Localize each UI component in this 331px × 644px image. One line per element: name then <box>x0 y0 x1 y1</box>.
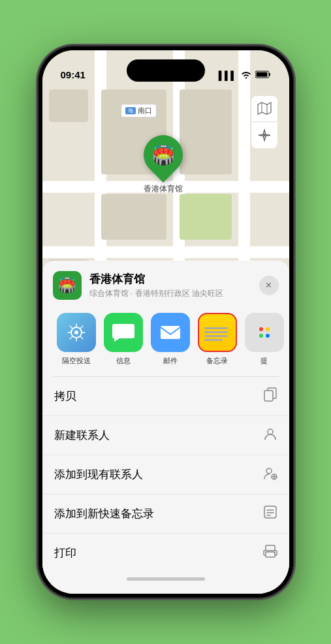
svg-rect-18 <box>266 545 275 551</box>
map-green1 <box>180 194 232 240</box>
map-road-h2 <box>42 246 289 258</box>
close-button[interactable]: × <box>259 276 279 295</box>
svg-point-20 <box>274 552 275 553</box>
svg-point-9 <box>268 429 273 434</box>
pin-inner-icon: 🏟️ <box>151 144 174 166</box>
dot-yellow <box>266 327 270 331</box>
bottom-sheet: 🏟️ 香港体育馆 综合体育馆 · 香港特别行政区 油尖旺区 × 隔空投送 <box>42 261 289 594</box>
messages-label: 信息 <box>116 356 131 366</box>
svg-rect-6 <box>161 326 180 339</box>
more-icon-wrapper <box>245 313 284 352</box>
sheet-header: 🏟️ 香港体育馆 综合体育馆 · 香港特别行政区 油尖旺区 × <box>42 261 289 308</box>
map-block3 <box>101 194 166 240</box>
mail-label: 邮件 <box>163 356 178 366</box>
dot-green <box>259 334 263 338</box>
svg-rect-2 <box>256 72 267 77</box>
venue-sub: 综合体育馆 · 香港特别行政区 油尖旺区 <box>89 288 259 299</box>
pin-label: 香港体育馆 <box>144 184 183 195</box>
svg-rect-14 <box>264 506 276 518</box>
map-label-text: 南口 <box>138 106 152 116</box>
map-block5 <box>49 89 88 122</box>
airdrop-icon-wrapper <box>57 313 96 352</box>
status-icons: ▌▌▌ <box>219 71 271 80</box>
map-controls <box>251 96 277 148</box>
signal-icon: ▌▌▌ <box>219 71 237 80</box>
home-indicator-area <box>42 572 289 581</box>
dot-blue <box>266 334 270 338</box>
status-time: 09:41 <box>61 69 86 80</box>
battery-icon <box>255 71 271 80</box>
sheet-title: 香港体育馆 综合体育馆 · 香港特别行政区 油尖旺区 <box>89 272 259 299</box>
new-contact-icon <box>263 427 277 444</box>
svg-point-5 <box>74 330 78 334</box>
phone-frame: 09:41 ▌▌▌ <box>39 46 293 598</box>
action-add-contact-label: 添加到现有联系人 <box>54 467 143 482</box>
svg-rect-1 <box>269 73 270 76</box>
action-quick-note[interactable]: 添加到新快速备忘录 <box>42 494 289 533</box>
print-icon <box>263 544 277 562</box>
map-label-icon: 地 <box>125 107 136 114</box>
svg-point-3 <box>263 134 266 137</box>
mail-icon-wrapper <box>151 313 190 352</box>
share-messages[interactable]: 信息 <box>100 313 147 366</box>
airdrop-label: 隔空投送 <box>62 356 91 366</box>
share-airdrop[interactable]: 隔空投送 <box>53 313 100 366</box>
messages-icon-wrapper <box>104 313 143 352</box>
dynamic-island <box>127 59 205 82</box>
add-contact-icon <box>263 466 277 483</box>
share-row: 隔空投送 信息 邮件 <box>42 308 289 376</box>
action-copy[interactable]: 拷贝 <box>42 377 289 415</box>
venue-name: 香港体育馆 <box>89 272 259 287</box>
home-indicator <box>127 577 205 581</box>
action-add-contact[interactable]: 添加到现有联系人 <box>42 455 289 494</box>
dot-red <box>259 327 263 331</box>
location-btn[interactable] <box>251 122 277 148</box>
action-new-contact[interactable]: 新建联系人 <box>42 415 289 455</box>
quick-note-icon <box>263 505 277 523</box>
action-quick-note-label: 添加到新快速备忘录 <box>54 506 154 521</box>
notes-label: 备忘录 <box>206 356 228 366</box>
phone-screen: 09:41 ▌▌▌ <box>42 50 289 594</box>
share-mail[interactable]: 邮件 <box>147 313 194 366</box>
share-more[interactable]: 提 <box>241 313 288 366</box>
svg-point-10 <box>266 468 272 474</box>
svg-rect-8 <box>264 391 273 401</box>
map-type-btn[interactable] <box>251 96 277 122</box>
venue-icon: 🏟️ <box>53 271 82 300</box>
svg-rect-19 <box>266 552 275 557</box>
more-dots-top <box>259 327 270 331</box>
wifi-icon <box>241 71 251 80</box>
notes-icon-wrapper <box>198 313 237 352</box>
more-label: 提 <box>260 356 268 366</box>
map-block2 <box>180 89 232 174</box>
action-print[interactable]: 打印 <box>42 533 289 572</box>
more-dots-bottom <box>259 334 270 338</box>
action-new-contact-label: 新建联系人 <box>54 428 110 443</box>
map-pin: 🏟️ 香港体育馆 <box>144 135 183 195</box>
copy-icon <box>263 387 277 405</box>
pin-bubble: 🏟️ <box>135 127 191 183</box>
action-copy-label: 拷贝 <box>54 389 76 404</box>
map-label-box: 地 南口 <box>121 104 157 118</box>
share-notes[interactable]: 备忘录 <box>194 313 241 366</box>
action-print-label: 打印 <box>54 545 76 560</box>
